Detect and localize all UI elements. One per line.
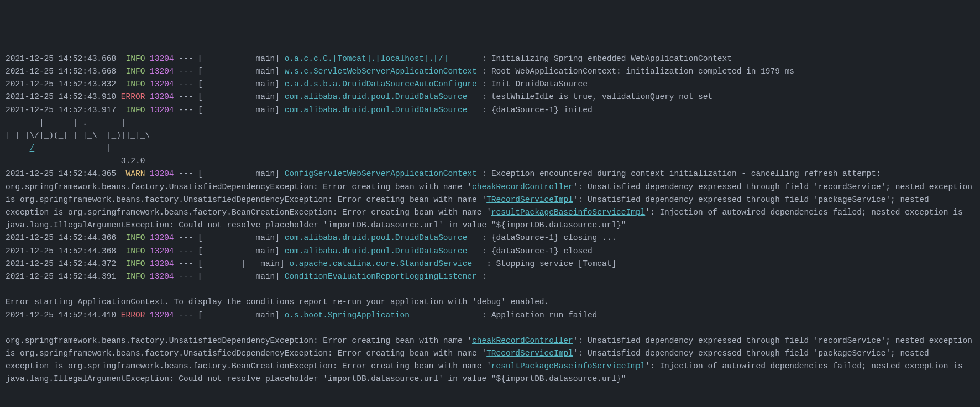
log-line: 2021-12-25 14:52:44.372 INFO 13204 --- [… — [6, 258, 974, 270]
log-timestamp: 2021-12-25 14:52:43.832 — [6, 80, 116, 88]
log-message: : {dataSource-1} closed — [477, 247, 593, 255]
log-pid: 13204 — [150, 67, 174, 76]
log-message: : Init DruidDataSource — [477, 80, 588, 88]
log-thread: --- [ main] — [174, 233, 285, 242]
exception-link[interactable]: TRecordServiceImpl — [486, 349, 573, 358]
log-thread: --- [ main] — [174, 67, 285, 76]
log-message: : Initializing Spring embedded WebApplic… — [477, 54, 732, 63]
log-timestamp: 2021-12-25 14:52:43.668 — [6, 54, 116, 63]
log-level: INFO — [116, 259, 150, 268]
exception-link[interactable]: resultPackageBaseinfoServiceImpl — [491, 362, 645, 371]
exception-text: org.springframework.beans.factory.Unsati… — [6, 336, 472, 345]
log-level: INFO — [116, 54, 150, 63]
ascii-banner: 3.2.0 — [6, 156, 150, 165]
log-message: : Root WebApplicationContext: initializa… — [477, 67, 794, 76]
log-thread: --- [ main] — [174, 106, 285, 114]
log-logger: com.alibaba.druid.pool.DruidDataSource — [285, 92, 477, 101]
log-pid: 13204 — [150, 233, 174, 242]
log-line: 2021-12-25 14:52:44.410 ERROR 13204 --- … — [6, 309, 974, 322]
log-line: 2021-12-25 14:52:44.365 WARN 13204 --- [… — [6, 168, 974, 232]
log-level: ERROR — [116, 92, 150, 101]
log-line: | | |\/|_)(_| | |_\ |_)||_|_\ — [6, 129, 974, 142]
log-message: : Application run failed — [477, 311, 598, 320]
ascii-banner: _ _ |_ _ _|_. ___ _ | _ — [6, 118, 155, 127]
log-timestamp: 2021-12-25 14:52:43.668 — [6, 67, 116, 76]
log-line: 2021-12-25 14:52:44.366 INFO 13204 --- [… — [6, 232, 974, 244]
log-thread: --- [ main] — [174, 247, 285, 255]
log-timestamp: 2021-12-25 14:52:44.410 — [6, 311, 116, 320]
log-timestamp: 2021-12-25 14:52:43.917 — [6, 106, 116, 114]
log-thread: --- [ — [174, 259, 242, 268]
text-cursor: | — [241, 259, 246, 268]
log-pid: 13204 — [150, 247, 174, 255]
log-thread: --- [ main] — [174, 54, 285, 63]
log-pid: 13204 — [150, 272, 174, 281]
log-pid: 13204 — [150, 54, 174, 63]
log-line: 2021-12-25 14:52:44.368 INFO 13204 --- [… — [6, 245, 974, 258]
log-timestamp: 2021-12-25 14:52:44.365 — [6, 169, 116, 178]
log-line — [6, 322, 974, 335]
log-line: Error starting ApplicationContext. To di… — [6, 296, 974, 309]
log-timestamp: 2021-12-25 14:52:44.366 — [6, 233, 116, 242]
log-message: Error starting ApplicationContext. To di… — [6, 298, 549, 306]
log-level: INFO — [116, 80, 150, 88]
log-line: 2021-12-25 14:52:43.668 INFO 13204 --- [… — [6, 53, 974, 65]
log-pid: 13204 — [150, 169, 174, 178]
log-thread: --- [ main] — [174, 92, 285, 101]
ascii-banner: | | |\/|_)(_| | |_\ |_)||_|_\ — [6, 131, 155, 140]
ascii-banner: | — [34, 144, 155, 153]
log-logger: c.a.d.s.b.a.DruidDataSourceAutoConfigure — [285, 80, 477, 88]
exception-link[interactable]: TRecordServiceImpl — [486, 195, 573, 204]
log-line: _ _ |_ _ _|_. ___ _ | _ — [6, 117, 974, 129]
log-line: 2021-12-25 14:52:43.668 INFO 13204 --- [… — [6, 65, 974, 78]
log-line: / | — [6, 142, 974, 155]
ascii-banner — [6, 144, 30, 153]
log-line: 2021-12-25 14:52:43.917 INFO 13204 --- [… — [6, 104, 974, 117]
log-thread: --- [ main] — [174, 80, 285, 88]
log-logger: w.s.c.ServletWebServerApplicationContext — [285, 67, 477, 76]
log-level: INFO — [116, 106, 150, 114]
banner-link[interactable]: / — [30, 144, 35, 153]
log-pid: 13204 — [150, 92, 174, 101]
log-level: WARN — [116, 169, 150, 178]
log-logger: com.alibaba.druid.pool.DruidDataSource — [285, 233, 477, 242]
console-log-output: 2021-12-25 14:52:43.668 INFO 13204 --- [… — [6, 53, 974, 386]
log-line: 2021-12-25 14:52:43.910 ERROR 13204 --- … — [6, 91, 974, 103]
log-line: org.springframework.beans.factory.Unsati… — [6, 335, 974, 386]
log-level: INFO — [116, 233, 150, 242]
log-thread: --- [ main] — [174, 272, 285, 281]
log-pid: 13204 — [150, 80, 174, 88]
log-logger: o.apache.catalina.core.StandardService — [289, 259, 481, 268]
log-message: : testWhileIdle is true, validationQuery… — [477, 92, 712, 101]
log-logger: com.alibaba.druid.pool.DruidDataSource — [285, 106, 477, 114]
exception-link[interactable]: cheakRecordController — [472, 336, 573, 345]
log-timestamp: 2021-12-25 14:52:43.910 — [6, 92, 116, 101]
log-message: : Stopping service [Tomcat] — [482, 259, 617, 268]
log-line: 2021-12-25 14:52:44.391 INFO 13204 --- [… — [6, 270, 974, 283]
log-line: 3.2.0 — [6, 155, 974, 168]
log-logger: ConfigServletWebServerApplicationContext — [285, 169, 477, 178]
log-pid: 13204 — [150, 106, 174, 114]
exception-link[interactable]: resultPackageBaseinfoServiceImpl — [491, 208, 645, 217]
log-level: INFO — [116, 67, 150, 76]
log-thread: --- [ main] — [174, 311, 285, 320]
log-logger: o.a.c.c.C.[Tomcat].[localhost].[/] — [285, 54, 477, 63]
log-pid: 13204 — [150, 259, 174, 268]
log-logger: o.s.boot.SpringApplication — [285, 311, 477, 320]
log-pid: 13204 — [150, 311, 174, 320]
log-level: INFO — [116, 272, 150, 281]
log-level: INFO — [116, 247, 150, 255]
log-level: ERROR — [116, 311, 150, 320]
log-message: : — [477, 272, 491, 281]
log-timestamp: 2021-12-25 14:52:44.368 — [6, 247, 116, 255]
log-timestamp: 2021-12-25 14:52:44.372 — [6, 259, 116, 268]
log-logger: com.alibaba.druid.pool.DruidDataSource — [285, 247, 477, 255]
log-logger: ConditionEvaluationReportLoggingListener — [285, 272, 477, 281]
exception-link[interactable]: cheakRecordController — [472, 182, 573, 191]
log-line: 2021-12-25 14:52:43.832 INFO 13204 --- [… — [6, 78, 974, 91]
log-line — [6, 283, 974, 296]
log-thread: main] — [246, 259, 289, 268]
log-message: : {dataSource-1} closing ... — [477, 233, 616, 242]
log-thread: --- [ main] — [174, 169, 285, 178]
log-message: : {dataSource-1} inited — [477, 106, 593, 114]
